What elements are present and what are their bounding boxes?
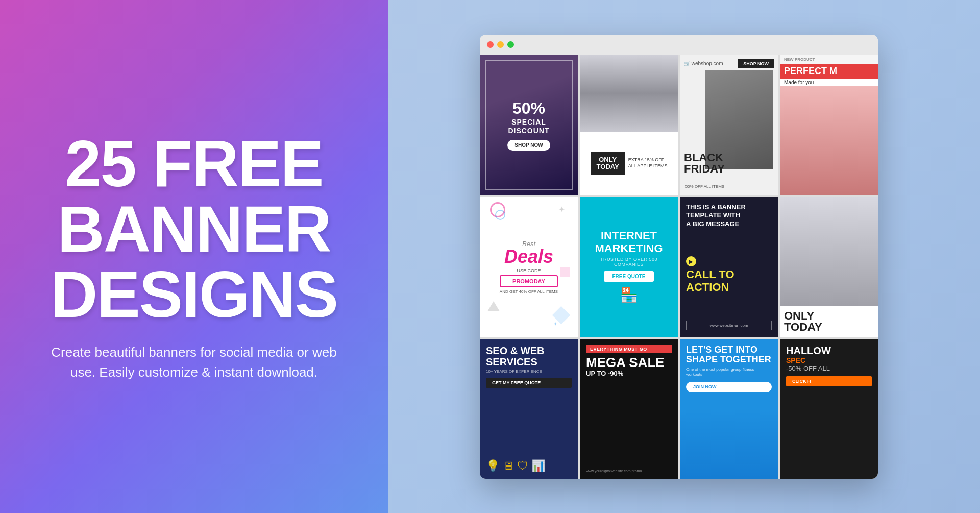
cta-text: CALL TOACTION xyxy=(686,268,734,293)
chart-icon: 📊 xyxy=(531,459,545,473)
banner-black-friday[interactable]: 🛒 webshop.com SHOP NOW BLACKFRIDAY -50% … xyxy=(680,55,778,195)
new-product-label: NEW PRODUCT xyxy=(780,55,878,64)
only-today-bottom: ONLYTODAY xyxy=(780,306,878,337)
left-section: 25 FREE BANNER DESIGNS Create beautiful … xyxy=(0,0,388,513)
and-get-text: AND GET 40% OFF ALL ITEMS xyxy=(500,289,558,294)
banner-internet-marketing[interactable]: INTERNETMARKETING TRUSTED BY OVER 500 CO… xyxy=(580,197,678,337)
banner-only-today-apple[interactable]: ONLYTODAY EXTRA 15% OFFALL APPLE ITEMS xyxy=(580,55,678,195)
only-today-text: ONLYTODAY xyxy=(784,310,874,333)
website-url: www.website-url.com xyxy=(686,321,772,330)
window-close-dot[interactable] xyxy=(487,41,494,48)
internet-marketing-title: INTERNETMARKETING xyxy=(595,230,663,254)
extra-off-text: EXTRA 15% OFFALL APPLE ITEMS xyxy=(628,157,668,169)
window-minimize-dot[interactable] xyxy=(497,41,504,48)
heading-line1: 25 FREE xyxy=(65,127,323,200)
only-today-bottom: ONLYTODAY EXTRA 15% OFFALL APPLE ITEMS xyxy=(580,132,678,194)
banner-grid: 50% SPECIALDISCOUNT SHOP NOW ONLYTODAY E… xyxy=(480,55,878,479)
monitor-icon: 🖥 xyxy=(503,459,514,473)
discount-text: SPECIALDISCOUNT xyxy=(507,118,550,135)
banner-special-discount[interactable]: 50% SPECIALDISCOUNT SHOP NOW xyxy=(480,55,578,195)
off-label: -50% OFF ALL xyxy=(786,364,872,372)
sub-text: Create beautiful banners for social medi… xyxy=(41,343,347,382)
banner-call-to-action[interactable]: THIS IS A BANNERTEMPLATE WITHA BIG MESSA… xyxy=(680,197,778,337)
banner-best-deals[interactable]: ✦ ✦ Best Deals USE CODE PROMODAY AND GET… xyxy=(480,197,578,337)
shop-now-button[interactable]: SHOP NOW xyxy=(738,59,774,68)
deals-label: Deals xyxy=(500,248,558,266)
use-code-label: USE CODE xyxy=(500,268,558,273)
play-button[interactable]: ▶ xyxy=(686,256,696,266)
deals-content: Best Deals USE CODE PROMODAY AND GET 40%… xyxy=(500,240,558,294)
laptop-image xyxy=(580,55,678,132)
special-label: SPEC xyxy=(786,356,872,364)
up-to-text: UP TO -90% xyxy=(586,370,672,377)
banner-seo-web[interactable]: SEO & WEBSERVICES 10+ YEARS OF EXPERIENC… xyxy=(480,339,578,479)
join-now-btn[interactable]: JOIN NOW xyxy=(686,382,772,392)
discount-percent: 50% xyxy=(507,99,550,118)
perfect-label: PERFECT M xyxy=(780,64,878,79)
halloween-title: HALLOW xyxy=(786,345,872,356)
trusted-sub: TRUSTED BY OVER 500 COMPANIES xyxy=(586,257,672,267)
banner-fitness[interactable]: LET'S GET INTOSHAPE TOGETHER One of the … xyxy=(680,339,778,479)
made-for-you: Made for you xyxy=(780,79,878,86)
tech-image xyxy=(780,197,878,306)
only-today-label: ONLYTODAY xyxy=(591,152,625,175)
fitness-image xyxy=(680,409,778,479)
black-friday-text: BLACKFRIDAY xyxy=(684,152,725,175)
shop-now-btn[interactable]: SHOP NOW xyxy=(507,140,550,151)
heading-line3: DESIGNS xyxy=(51,258,337,331)
lightbulb-icon: 💡 xyxy=(486,459,500,473)
mega-sale-text: MEGA SALE xyxy=(586,355,672,370)
seo-sub: 10+ YEARS OF EXPERIENCE xyxy=(486,369,572,374)
shop-icon: 🛒 webshop.com xyxy=(684,61,723,66)
banner-halloween[interactable]: HALLOW SPEC -50% OFF ALL CLICK H xyxy=(780,339,878,479)
click-here-btn[interactable]: CLICK H xyxy=(786,376,872,386)
free-quote-btn[interactable]: FREE QUOTE xyxy=(604,271,653,282)
browser-window: 50% SPECIALDISCOUNT SHOP NOW ONLYTODAY E… xyxy=(480,35,878,479)
black-friday-sub: -50% OFF ALL ITEMS xyxy=(684,184,724,189)
banner-only-today-tech[interactable]: ONLYTODAY xyxy=(780,197,878,337)
banner-top-bar: 🛒 webshop.com SHOP NOW xyxy=(684,59,774,68)
heading-line2: BANNER xyxy=(57,192,331,265)
promo-url: www.yourdigitalwebsite.com/promo xyxy=(586,469,672,473)
marketing-icon: 🏪 xyxy=(620,287,638,304)
fitness-sub: One of the most popular group fitness wo… xyxy=(686,367,772,378)
banner-mega-sale[interactable]: EVERYTHING MUST GO MEGA SALE UP TO -90% … xyxy=(580,339,678,479)
right-section: 50% SPECIALDISCOUNT SHOP NOW ONLYTODAY E… xyxy=(388,0,980,513)
big-message-text: THIS IS A BANNERTEMPLATE WITHA BIG MESSA… xyxy=(686,203,746,229)
seo-icons: 💡 🖥 🛡 📊 xyxy=(486,459,572,473)
shield-icon: 🛡 xyxy=(517,459,528,473)
fitness-title: LET'S GET INTOSHAPE TOGETHER xyxy=(686,345,772,365)
promo-code: PROMODAY xyxy=(500,275,558,287)
main-heading: 25 FREE BANNER DESIGNS xyxy=(51,131,337,327)
everything-must-go: EVERYTHING MUST GO xyxy=(586,345,672,353)
window-maximize-dot[interactable] xyxy=(507,41,514,48)
free-quote-btn[interactable]: GET MY FREE QUOTE xyxy=(486,378,572,388)
product-image xyxy=(780,86,878,195)
browser-bar xyxy=(480,35,878,55)
banner-new-product[interactable]: NEW PRODUCT PERFECT M Made for you xyxy=(780,55,878,195)
seo-title: SEO & WEBSERVICES xyxy=(486,345,572,368)
